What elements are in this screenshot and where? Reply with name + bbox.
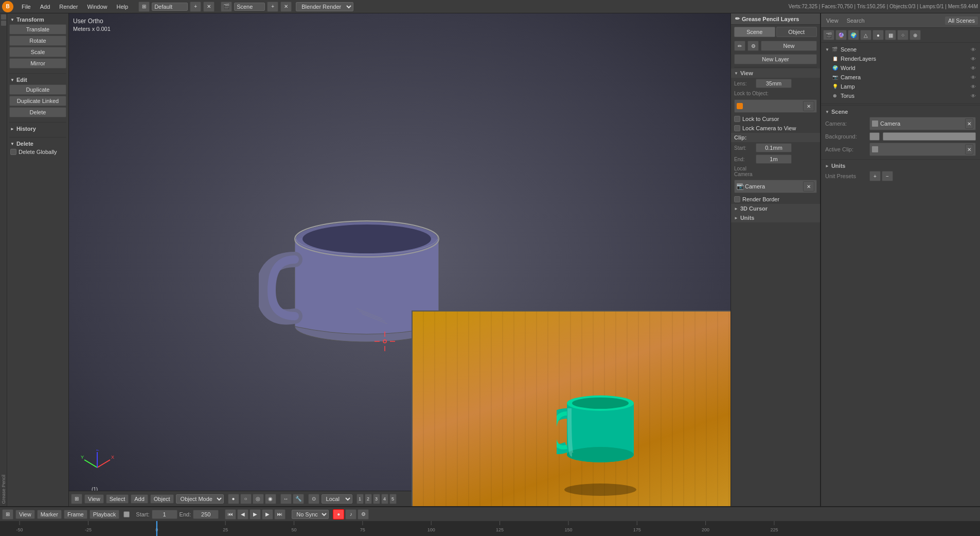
lock-camera-view-row[interactable]: Lock Camera to View	[731, 124, 820, 133]
object-btn[interactable]: Object	[150, 494, 174, 504]
props-scene-icon[interactable]: 🔮	[835, 30, 847, 40]
engine-selector[interactable]: Blender Render	[296, 2, 353, 11]
clip-end-field[interactable]: 1m	[756, 154, 792, 164]
torus-eye-btn[interactable]: 👁	[971, 93, 976, 99]
select-btn[interactable]: Select	[106, 494, 129, 504]
tab-scene[interactable]: Scene	[734, 27, 775, 37]
tree-world[interactable]: 🌍 World 👁	[823, 63, 978, 73]
record-btn[interactable]: ●	[333, 509, 344, 520]
new-btn[interactable]: New	[761, 41, 817, 51]
menu-help[interactable]: Help	[113, 3, 133, 11]
viewport-3d[interactable]: User Ortho Meters x 0.001	[69, 13, 730, 506]
props-physics-icon[interactable]: ⊕	[910, 30, 921, 40]
editor-icon-btn[interactable]: ⊞	[71, 494, 82, 504]
new-layer-btn[interactable]: New Layer	[734, 54, 817, 64]
edit-header[interactable]: ▼ Edit	[9, 76, 66, 84]
grease-pencil-tab[interactable]: Grease Pencil	[0, 474, 7, 505]
material-shading[interactable]: ◎	[253, 494, 264, 504]
lock-cursor-row[interactable]: Lock to Cursor	[731, 114, 820, 124]
clip-start-field[interactable]: 0.1mm	[756, 143, 792, 152]
tree-lamp[interactable]: 💡 Lamp 👁	[823, 82, 978, 91]
layer-btn-4[interactable]: 4	[381, 494, 388, 504]
scene-remove-btn[interactable]: ✕	[280, 2, 292, 12]
tree-renderlayers[interactable]: 📋 RenderLayers 👁	[823, 54, 978, 63]
units-section-header[interactable]: ► Units	[731, 213, 820, 222]
layout-add-btn[interactable]: +	[190, 2, 201, 12]
delete-globally-row[interactable]: Delete Globally	[9, 148, 66, 156]
next-frame-btn[interactable]: ▶	[262, 509, 273, 520]
duplicate-btn[interactable]: Duplicate	[9, 84, 66, 95]
props-world-icon[interactable]: 🌍	[848, 30, 859, 40]
start-frame-field[interactable]	[152, 510, 177, 519]
render-border-checkbox[interactable]	[734, 196, 740, 202]
layer-btn-5[interactable]: 5	[389, 494, 397, 504]
solid-shading[interactable]: ●	[228, 494, 239, 504]
tree-scene[interactable]: ▼ 🎬 Scene 👁	[823, 45, 978, 54]
delete-globally-checkbox[interactable]	[10, 149, 16, 155]
duplicate-linked-btn[interactable]: Duplicate Linked	[9, 96, 66, 106]
props-texture-icon[interactable]: ▦	[885, 30, 896, 40]
menu-file[interactable]: File	[17, 3, 35, 11]
render-border-row[interactable]: Render Border	[731, 195, 820, 204]
scene-input[interactable]	[234, 3, 265, 11]
prop-edit-btn[interactable]: ⊙	[308, 494, 319, 504]
camera-clear-btn[interactable]: ✕	[803, 181, 814, 192]
props-all-scenes-btn[interactable]: All Scenes	[945, 16, 978, 25]
timeline-playback-btn[interactable]: Playback	[90, 510, 120, 519]
lock-camera-view-checkbox[interactable]	[734, 125, 740, 131]
tree-camera[interactable]: 📷 Camera 👁	[823, 73, 978, 82]
menu-window[interactable]: Window	[83, 3, 111, 11]
scene-section-header[interactable]: ▼ Scene	[823, 108, 978, 116]
layer-btn-3[interactable]: 3	[373, 494, 380, 504]
end-frame-field[interactable]	[193, 510, 219, 519]
lamp-eye-btn[interactable]: 👁	[971, 84, 976, 90]
tree-torus[interactable]: ⊗ Torus 👁	[823, 91, 978, 100]
rendered-shading[interactable]: ◉	[265, 494, 276, 504]
scene-eye-btn[interactable]: 👁	[971, 47, 976, 53]
history-header[interactable]: ► History	[9, 125, 66, 133]
timeline-frame-btn[interactable]: Frame	[64, 510, 87, 519]
props-search-btn[interactable]: Search	[844, 16, 868, 25]
layer-btn-2[interactable]: 2	[365, 494, 372, 504]
manipulator-btn[interactable]: ↔	[280, 494, 292, 504]
mode-selector[interactable]: Object Mode	[176, 494, 224, 504]
world-eye-btn[interactable]: 👁	[971, 65, 976, 71]
pivot-selector[interactable]: Local	[322, 494, 352, 504]
unit-presets-remove[interactable]: −	[882, 171, 893, 181]
play-btn[interactable]: ▶	[250, 509, 261, 520]
camera-props-clear[interactable]: ✕	[965, 118, 973, 129]
timeline-ruler[interactable]: -50 -25 0 25 50 75 100 125 150 175	[0, 521, 980, 536]
delete-header[interactable]: ▼ Delete	[9, 140, 66, 148]
layout-input[interactable]	[152, 3, 188, 11]
menu-add[interactable]: Add	[36, 3, 55, 11]
props-particles-icon[interactable]: ⁘	[897, 30, 908, 40]
rl-eye-btn[interactable]: 👁	[971, 56, 976, 62]
timeline-options-btn[interactable]: ⚙	[358, 509, 369, 520]
wire-shading[interactable]: ○	[240, 494, 252, 504]
edge-tab-1[interactable]	[1, 14, 6, 20]
edge-tab-2[interactable]	[1, 21, 6, 26]
props-object-icon[interactable]: △	[860, 30, 871, 40]
translate-btn[interactable]: Translate	[9, 24, 66, 34]
lens-field[interactable]: 35mm	[756, 79, 792, 88]
tab-object[interactable]: Object	[776, 27, 817, 37]
units-section-header[interactable]: ► Units	[823, 162, 978, 170]
clip-clear-btn[interactable]: ✕	[965, 144, 973, 154]
menu-render[interactable]: Render	[55, 3, 82, 11]
unit-presets-add[interactable]: +	[869, 171, 881, 181]
scene-add-btn[interactable]: +	[267, 2, 278, 12]
bg-color-swatch[interactable]	[869, 132, 880, 141]
lock-object-clear-btn[interactable]: ✕	[803, 101, 814, 111]
timeline-sync-checkbox[interactable]	[123, 511, 130, 517]
timeline-editor-icon[interactable]: ⊞	[2, 509, 13, 520]
jump-end-btn[interactable]: ⏭	[274, 509, 286, 520]
timeline-view-btn[interactable]: View	[15, 510, 35, 519]
prev-frame-btn[interactable]: ◀	[237, 509, 248, 520]
view-btn[interactable]: View	[84, 494, 104, 504]
props-material-icon[interactable]: ●	[872, 30, 884, 40]
add-btn[interactable]: Add	[131, 494, 148, 504]
delete-btn[interactable]: Delete	[9, 107, 66, 117]
rotate-btn[interactable]: Rotate	[9, 36, 66, 46]
props-render-icon[interactable]: 🎬	[823, 30, 834, 40]
camera-eye-btn[interactable]: 👁	[971, 75, 976, 80]
